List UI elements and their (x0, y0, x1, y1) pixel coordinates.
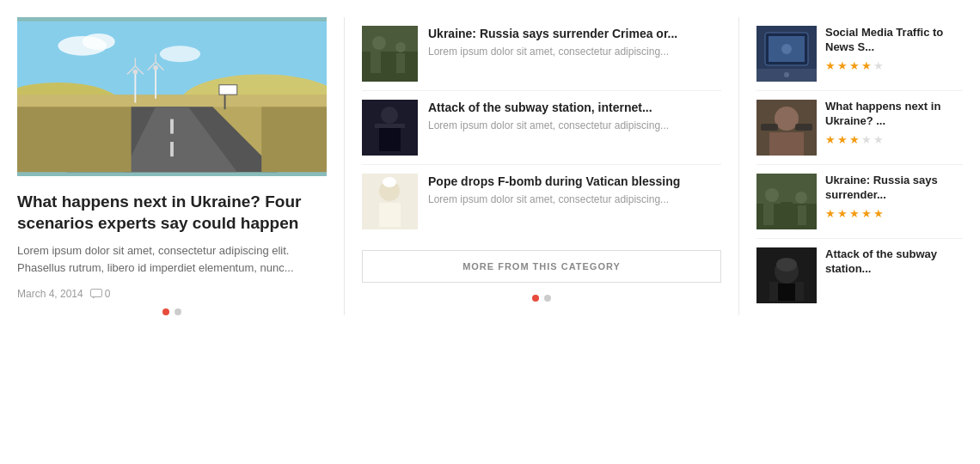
star-1: ★ (825, 59, 836, 72)
article-title[interactable]: Ukraine: Russia says surrender Crimea or… (428, 26, 721, 41)
star-3: ★ (849, 59, 860, 72)
star-5: ★ (873, 59, 884, 72)
article-info: Pope drops F-bomb during Vatican blessin… (428, 174, 721, 207)
article-thumbnail (362, 174, 418, 229)
star-1: ★ (825, 133, 836, 146)
svg-point-63 (776, 258, 797, 272)
article-excerpt: Lorem ipsum dolor sit amet, consectetur … (428, 119, 721, 133)
svg-point-2 (83, 34, 115, 50)
svg-rect-25 (219, 85, 237, 95)
pagination-dot-1[interactable] (162, 308, 169, 315)
svg-rect-10 (170, 119, 174, 134)
svg-point-47 (784, 72, 789, 77)
svg-rect-50 (769, 132, 804, 156)
svg-rect-51 (761, 124, 778, 131)
star-3: ★ (849, 133, 860, 146)
svg-rect-36 (379, 125, 401, 151)
svg-rect-58 (798, 205, 806, 225)
right-panel: Social Media Traffic to News S... ★ ★ ★ … (739, 17, 963, 315)
star-4: ★ (861, 207, 872, 220)
comment-count: 0 (105, 288, 111, 300)
article-title[interactable]: Attack of the subway station, internet..… (428, 100, 721, 115)
svg-point-30 (372, 36, 386, 50)
right-info: Social Media Traffic to News S... ★ ★ ★ … (825, 26, 963, 72)
right-item[interactable]: Attack of the subway station... (756, 239, 963, 312)
star-3: ★ (849, 207, 860, 220)
svg-point-45 (781, 44, 792, 54)
svg-rect-33 (396, 53, 405, 73)
right-info: What happens next in Ukraine? ... ★ ★ ★ … (825, 100, 963, 146)
star-1: ★ (825, 207, 836, 220)
right-thumbnail (756, 247, 817, 303)
right-thumbnail (756, 26, 817, 82)
article-title[interactable]: Pope drops F-bomb during Vatican blessin… (428, 174, 721, 189)
right-title[interactable]: What happens next in Ukraine? ... (825, 100, 963, 129)
article-list: Ukraine: Russia says surrender Crimea or… (362, 17, 721, 238)
star-2: ★ (837, 133, 848, 146)
list-item[interactable]: Pope drops F-bomb during Vatican blessin… (362, 165, 721, 238)
svg-rect-40 (379, 203, 401, 227)
mid-pagination (362, 295, 721, 302)
svg-point-49 (775, 107, 799, 131)
list-item[interactable]: Attack of the subway station, internet..… (362, 91, 721, 165)
article-excerpt: Lorem ipsum dolor sit amet, consectetur … (428, 192, 721, 207)
right-thumbnail (756, 174, 817, 229)
right-info: Attack of the subway station... (825, 247, 963, 281)
article-excerpt: Lorem ipsum dolor sit amet, consectetur … (428, 45, 721, 59)
star-rating: ★ ★ ★ ★ ★ (825, 207, 963, 220)
svg-rect-11 (170, 142, 174, 156)
svg-rect-57 (763, 204, 774, 225)
svg-rect-26 (90, 290, 101, 297)
svg-point-31 (395, 42, 406, 52)
list-item[interactable]: Ukraine: Russia says surrender Crimea or… (362, 17, 721, 91)
featured-title[interactable]: What happens next in Ukraine? Four scena… (17, 192, 327, 234)
svg-rect-59 (781, 202, 793, 225)
more-from-category-button[interactable]: MORE FROM THIS CATEGORY (362, 250, 721, 283)
dot-pagination (17, 308, 327, 315)
star-5: ★ (873, 207, 884, 220)
article-info: Attack of the subway station, internet..… (428, 100, 721, 133)
comment-icon (90, 289, 102, 299)
mid-dot-2[interactable] (544, 295, 551, 302)
left-panel: What happens next in Ukraine? Four scena… (17, 17, 344, 315)
svg-rect-64 (769, 282, 778, 301)
svg-marker-27 (93, 297, 95, 299)
svg-point-20 (153, 65, 158, 70)
featured-meta: March 4, 2014 0 (17, 288, 327, 300)
star-2: ★ (837, 59, 848, 72)
star-rating: ★ ★ ★ ★ ★ (825, 59, 963, 72)
right-title[interactable]: Social Media Traffic to News S... (825, 26, 963, 55)
right-item[interactable]: Social Media Traffic to News S... ★ ★ ★ … (756, 17, 963, 91)
right-title[interactable]: Ukraine: Russia says surrender... (825, 174, 963, 203)
article-thumbnail (362, 100, 418, 156)
star-2: ★ (837, 207, 848, 220)
meta-date: March 4, 2014 (17, 288, 83, 300)
pagination-dot-2[interactable] (175, 308, 181, 315)
article-info: Ukraine: Russia says surrender Crimea or… (428, 26, 721, 59)
mid-dot-1[interactable] (532, 295, 539, 302)
article-thumbnail (362, 26, 418, 82)
star-5: ★ (873, 133, 884, 146)
svg-rect-65 (795, 282, 804, 301)
right-item[interactable]: What happens next in Ukraine? ... ★ ★ ★ … (756, 91, 963, 165)
svg-rect-12 (17, 107, 132, 172)
mid-panel: Ukraine: Russia says surrender Crimea or… (344, 17, 739, 315)
svg-point-41 (383, 177, 396, 187)
star-rating: ★ ★ ★ ★ ★ (825, 133, 963, 146)
featured-excerpt: Lorem ipsum dolor sit amet, consectetur … (17, 242, 327, 276)
featured-image[interactable] (17, 17, 327, 176)
right-thumbnail (756, 100, 817, 156)
right-info: Ukraine: Russia says surrender... ★ ★ ★ … (825, 174, 963, 220)
right-title[interactable]: Attack of the subway station... (825, 247, 963, 277)
svg-point-35 (381, 107, 398, 124)
svg-point-15 (133, 70, 138, 75)
svg-point-56 (795, 192, 807, 204)
svg-rect-32 (371, 52, 381, 73)
right-item[interactable]: Ukraine: Russia says surrender... ★ ★ ★ … (756, 165, 963, 239)
svg-point-55 (765, 188, 779, 202)
svg-rect-13 (261, 107, 327, 172)
svg-point-3 (160, 46, 200, 62)
svg-rect-52 (795, 124, 812, 131)
svg-rect-37 (375, 124, 405, 128)
star-4: ★ (861, 59, 872, 72)
